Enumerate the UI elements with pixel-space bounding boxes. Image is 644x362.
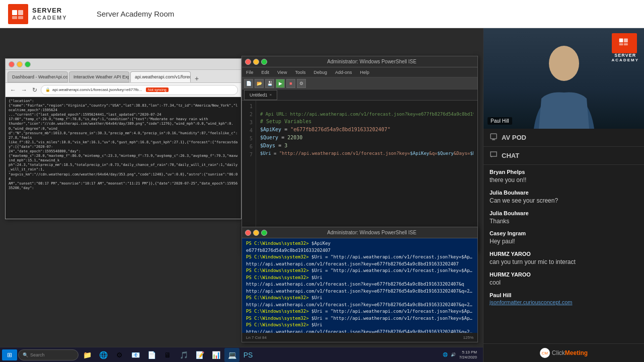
screen-share-area: Dashboard - WeatherApi.com × Interactive… — [0, 28, 483, 362]
taskbar-browser[interactable]: 🌐 — [96, 348, 111, 362]
topbar: SERVER ACADEMY Server Academy Room — [0, 0, 644, 28]
chat-icon — [490, 151, 498, 160]
clickmeeting-logo: CM ClickMeeting — [540, 348, 588, 358]
maximize-btn[interactable] — [25, 61, 31, 67]
chat-sender-1: Bryan Phelps — [490, 169, 638, 175]
open-btn[interactable]: 📂 — [255, 79, 264, 88]
browser-tab-1[interactable]: Dashboard - WeatherApi.com × — [8, 71, 68, 82]
logo-overlay: SERVERACADEMY — [612, 33, 639, 62]
ps-code-content[interactable]: # Api URL: http://api.weatherapi.com/v1/… — [256, 101, 477, 242]
chat-text-5: can you turn your mic to interact — [490, 258, 638, 266]
video-area: SERVERACADEMY Paul Hill — [484, 28, 644, 129]
forward-btn[interactable]: → — [20, 86, 29, 94]
term-close-btn[interactable] — [245, 230, 251, 236]
term-status-zoom: 125% — [463, 335, 473, 340]
taskbar-file-explorer[interactable]: 📁 — [79, 348, 95, 362]
ps-tab-untitled[interactable]: Untitled1 × — [244, 90, 277, 100]
taskbar-excel[interactable]: 📊 — [208, 348, 223, 362]
taskbar-ps[interactable]: PS — [240, 348, 256, 362]
svg-rect-6 — [624, 39, 628, 43]
svg-rect-3 — [18, 16, 23, 19]
ps-min-btn[interactable] — [253, 59, 259, 65]
term-line-11: PS C:\Windows\system32> $Uri = "http://a… — [246, 308, 473, 315]
menu-debug[interactable]: Debug — [311, 70, 329, 75]
start-button[interactable]: ⊞ — [2, 349, 17, 360]
svg-rect-7 — [619, 43, 623, 45]
save-btn[interactable]: 💾 — [265, 79, 274, 88]
code-line-4: $ApiKey = "e677fb8276d54a9c8bd1916332024… — [260, 126, 473, 134]
menu-addons[interactable]: Add-ons — [333, 70, 354, 75]
browser-content: {"location": {"name":"Fairfax","region":… — [6, 97, 241, 219]
av-pod-icon — [490, 133, 498, 142]
minimize-btn[interactable] — [17, 61, 23, 67]
chat-message-6: HURMZ YAROO cool — [490, 272, 638, 287]
term-line-8: http://api.weatherapi.com/v1/forecast.js… — [246, 288, 473, 295]
menu-help[interactable]: Help — [358, 70, 371, 75]
back-btn[interactable]: ← — [9, 86, 18, 94]
taskbar-terminal[interactable]: 💻 — [224, 348, 239, 362]
clickmeeting-badge: CM ClickMeeting — [484, 343, 644, 362]
code-line-2: # Api URL: http://api.weatherapi.com/v1/… — [260, 111, 473, 118]
term-line-5: PS C:\Windows\system32> $Uri = "http://a… — [246, 267, 473, 275]
taskbar-media[interactable]: 🎵 — [176, 348, 191, 362]
presenter-name: Paul Hill — [488, 117, 512, 125]
term-line-4: http://api.weatherapi.com/v1/forecast.js… — [246, 261, 473, 268]
chat-link-1[interactable]: jsonformatter.curiousconcept.com — [490, 299, 638, 305]
taskbar-notes[interactable]: 📄 — [144, 348, 159, 362]
svg-point-4 — [549, 46, 579, 81]
svg-rect-8 — [624, 43, 628, 45]
browser-tabs: Dashboard - WeatherApi.com × Interactive… — [6, 70, 241, 83]
chat-sender-6: HURMZ YAROO — [490, 272, 638, 278]
refresh-btn[interactable]: ↻ — [31, 86, 39, 94]
address-bar[interactable]: 🔒 api.weatherapi.com/v1/forecast.json/ke… — [41, 85, 238, 95]
ps-terminal-content[interactable]: PS C:\Windows\system32> $ApiKey e677fb82… — [242, 238, 477, 333]
chat-text-1: there you on!! — [490, 176, 638, 185]
taskbar-settings[interactable]: ⚙ — [112, 348, 127, 362]
tray-sound: 🔊 — [451, 352, 456, 357]
taskbar-search[interactable]: 🔍 Search — [18, 349, 78, 360]
browser-tab-3[interactable]: api.weatherapi.com/v1/forecast... × — [130, 71, 191, 82]
run-btn[interactable]: ▶ — [276, 79, 285, 88]
ps-terminal-window: Administrator: Windows PowerShell ISE PS… — [242, 227, 478, 342]
term-line-12: PS C:\Windows\system32> $Uri = "http://a… — [246, 315, 473, 322]
ps-editor-titlebar: Administrator: Windows PowerShell ISE — [242, 56, 477, 67]
new-btn[interactable]: 📄 — [244, 79, 253, 88]
svg-rect-5 — [619, 39, 623, 43]
ps-tab-close[interactable]: × — [270, 93, 272, 97]
menu-edit[interactable]: Edit — [260, 70, 272, 75]
chat-messages: Bryan Phelps there you on!! Julia Boulwa… — [484, 165, 644, 343]
term-status-position: Ln 7 Col 84 — [246, 335, 267, 340]
term-line-3: PS C:\Windows\system32> $Uri = "http://a… — [246, 254, 473, 261]
code-line-3: # Setup Variables — [260, 118, 473, 126]
chat-message-2: Julia Boulware Can we see your screen? — [490, 190, 638, 205]
menu-view[interactable]: View — [275, 70, 289, 75]
chat-text-3: Thanks — [490, 217, 638, 226]
ps-max-btn[interactable] — [261, 59, 267, 65]
taskbar-email[interactable]: 📧 — [128, 348, 143, 362]
browser-tab-2[interactable]: Interactive Weather API Explor... × — [69, 71, 129, 82]
logo-icon — [8, 4, 28, 24]
chat-message-1: Bryan Phelps there you on!! — [490, 169, 638, 185]
menu-tools[interactable]: Tools — [293, 70, 307, 75]
term-min-btn[interactable] — [253, 230, 259, 236]
ps-menubar: File Edit View Tools Debug Add-ons Help — [242, 67, 477, 77]
ps-editor-tabs: Untitled1 × — [242, 89, 477, 101]
term-max-btn[interactable] — [261, 230, 267, 236]
term-line-10: http://api.weatherapi.com/v1/forecast.js… — [246, 302, 473, 309]
chat-section: CHAT Bryan Phelps there you on!! Julia B… — [484, 147, 644, 362]
browser-addressbar: ← → ↻ 🔒 api.weatherapi.com/v1/forecast.j… — [6, 83, 241, 97]
taskbar-monitor[interactable]: 🖥 — [160, 348, 175, 362]
close-btn[interactable] — [9, 61, 15, 67]
svg-rect-0 — [12, 10, 17, 15]
menu-file[interactable]: File — [244, 70, 256, 75]
av-pod-section[interactable]: AV POD — [484, 129, 644, 147]
chat-text-4: Hey paul! — [490, 237, 638, 246]
new-tab-btn[interactable]: + — [192, 74, 202, 82]
taskbar-notepad[interactable]: 📝 — [192, 348, 207, 362]
ps-editor-title: Administrator: Windows PowerShell ISE — [269, 59, 474, 64]
logo-overlay-box — [612, 33, 637, 53]
debug-btn[interactable]: ⚙ — [297, 79, 306, 88]
main-area: Dashboard - WeatherApi.com × Interactive… — [0, 28, 644, 362]
ps-close-btn[interactable] — [245, 59, 251, 65]
stop-btn[interactable]: ■ — [286, 79, 295, 88]
